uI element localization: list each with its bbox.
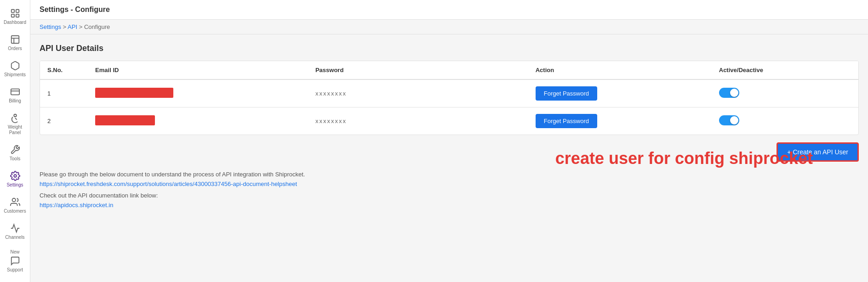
svg-rect-2: [11, 14, 14, 17]
new-badge: New: [10, 249, 19, 254]
create-api-user-button[interactable]: + Create an API User: [777, 142, 859, 162]
cell-email-2: [88, 107, 308, 135]
cell-password-1: xxxxxxxx: [308, 79, 528, 107]
sidebar-label-tools: Tools: [10, 156, 20, 162]
info-link2-label: Check out the API documentation link bel…: [40, 192, 859, 199]
cell-sno-2: 2: [40, 107, 88, 135]
main-content: Settings - Configure Settings > API > Co…: [30, 0, 868, 282]
sidebar-label-orders: Orders: [8, 46, 22, 51]
col-header-password: Password: [308, 61, 528, 79]
section-title: API User Details: [40, 44, 859, 53]
email-redacted-2: [95, 115, 155, 125]
password-dots-2: xxxxxxxx: [315, 118, 347, 124]
sidebar-item-channels[interactable]: Channels: [0, 219, 30, 245]
svg-line-9: [15, 118, 17, 120]
cell-action-1: Forget Password: [528, 79, 712, 107]
sidebar-item-customers[interactable]: Customers: [0, 192, 30, 219]
cell-active-1: [712, 79, 858, 107]
cell-active-2: [712, 107, 858, 135]
forget-password-btn-2[interactable]: Forget Password: [536, 114, 597, 128]
sidebar-label-billing: Billing: [9, 98, 21, 104]
breadcrumb-api[interactable]: API: [68, 23, 77, 30]
sidebar-item-dashboard[interactable]: Dashboard: [0, 4, 30, 30]
sidebar-item-shipments[interactable]: Shipments: [0, 56, 30, 82]
breadcrumb-settings[interactable]: Settings: [40, 23, 61, 30]
sidebar-label-dashboard: Dashboard: [4, 20, 26, 25]
sidebar: Dashboard Orders Shipments Billing Weigh…: [0, 0, 30, 282]
info-section: Please go through the below document to …: [40, 171, 859, 209]
sidebar-label-customers: Customers: [4, 209, 26, 214]
breadcrumb-sep1: >: [63, 23, 68, 30]
svg-point-10: [14, 175, 17, 177]
header: Settings - Configure: [30, 0, 868, 20]
svg-rect-4: [11, 36, 19, 44]
create-api-btn-wrapper: + Create an API User: [40, 142, 859, 162]
svg-rect-0: [11, 10, 14, 12]
email-redacted-1: [95, 88, 173, 98]
sidebar-item-orders[interactable]: Orders: [0, 30, 30, 56]
content-area: API User Details S.No. Email ID Password…: [30, 34, 868, 282]
cell-email-1: [88, 79, 308, 107]
svg-rect-1: [16, 10, 18, 12]
breadcrumb-configure: Configure: [84, 23, 110, 30]
svg-rect-3: [16, 14, 18, 17]
forget-password-btn-1[interactable]: Forget Password: [536, 86, 597, 101]
sidebar-item-settings[interactable]: Settings: [0, 166, 30, 192]
breadcrumb: Settings > API > Configure: [30, 20, 868, 34]
col-header-active: Active/Deactive: [712, 61, 858, 79]
breadcrumb-sep2: >: [79, 23, 84, 30]
sidebar-label-weight-panel: Weight Panel: [2, 124, 28, 135]
active-toggle-1[interactable]: [719, 88, 739, 98]
active-toggle-2[interactable]: [719, 115, 739, 125]
col-header-email: Email ID: [88, 61, 308, 79]
col-header-sno: S.No.: [40, 61, 88, 79]
info-text: Please go through the below document to …: [40, 171, 859, 178]
sidebar-item-tools[interactable]: Tools: [0, 140, 30, 166]
password-dots-1: xxxxxxxx: [315, 90, 347, 97]
table-row: 1 xxxxxxxx Forget Password: [40, 79, 858, 107]
sidebar-label-shipments: Shipments: [4, 72, 26, 78]
cell-sno-1: 1: [40, 79, 88, 107]
api-users-table: S.No. Email ID Password Action Active/De…: [40, 61, 859, 135]
sidebar-item-support[interactable]: New Support: [0, 245, 30, 277]
col-header-action: Action: [528, 61, 712, 79]
sidebar-label-channels: Channels: [5, 235, 24, 240]
info-link-1[interactable]: https://shiprocket.freshdesk.com/support…: [40, 180, 859, 187]
sidebar-label-settings: Settings: [6, 182, 23, 188]
info-link-2[interactable]: https://apidocs.shiprocket.in: [40, 202, 859, 209]
sidebar-item-billing[interactable]: Billing: [0, 82, 30, 108]
sidebar-item-weight-panel[interactable]: Weight Panel: [0, 108, 30, 140]
cell-password-2: xxxxxxxx: [308, 107, 528, 135]
sidebar-label-support: Support: [7, 267, 23, 272]
cell-action-2: Forget Password: [528, 107, 712, 135]
page-header-title: Settings - Configure: [40, 6, 110, 14]
table-row: 2 xxxxxxxx Forget Password: [40, 107, 858, 135]
svg-point-11: [12, 198, 15, 202]
svg-rect-7: [11, 89, 19, 95]
